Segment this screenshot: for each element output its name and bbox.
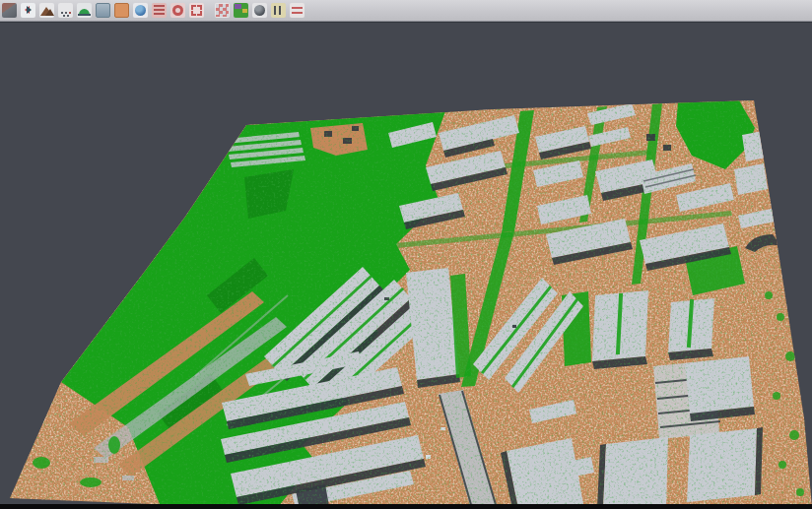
toolbar-shadow-line	[0, 22, 812, 23]
mountain-icon[interactable]	[39, 3, 54, 18]
table-chart-icon[interactable]	[271, 3, 286, 18]
classification-palette-icon[interactable]	[234, 3, 248, 18]
3d-viewport[interactable]	[0, 22, 812, 509]
shaded-tile-icon[interactable]	[2, 3, 17, 18]
globe-icon[interactable]	[133, 3, 148, 18]
bottom-bar	[0, 504, 812, 509]
zoom-extent-icon[interactable]	[189, 3, 204, 18]
checker-grid-icon[interactable]	[215, 3, 230, 18]
move-arrows-icon[interactable]	[21, 3, 35, 18]
red-circle-icon[interactable]	[170, 3, 185, 18]
building-block-icon[interactable]	[96, 3, 110, 18]
terrain-hill-icon[interactable]	[77, 3, 92, 18]
red-list-icon[interactable]	[152, 3, 167, 18]
dark-sphere-icon[interactable]	[252, 3, 267, 18]
application-window	[0, 0, 812, 509]
toolbar	[0, 0, 812, 22]
point-cloud-icon[interactable]	[58, 3, 73, 18]
red-bars-icon[interactable]	[290, 3, 304, 18]
orange-tile-icon[interactable]	[114, 3, 129, 18]
